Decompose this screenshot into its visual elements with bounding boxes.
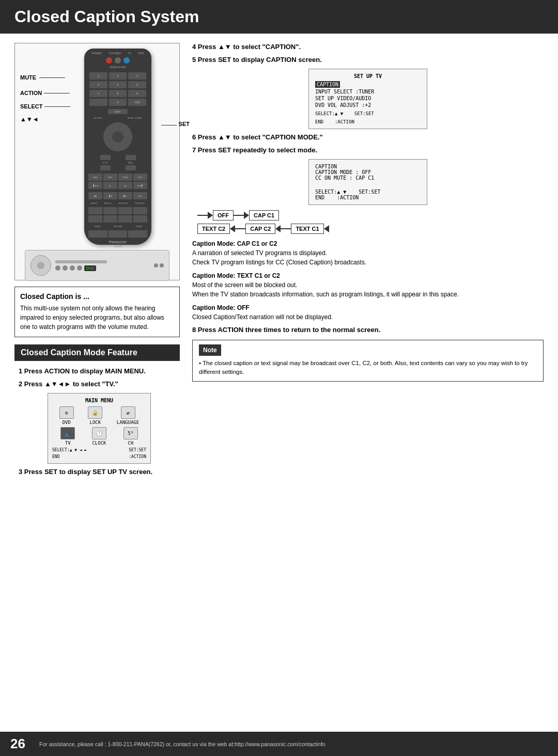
remote-control: POWERTV/CABLETVDVD DISPLAY/AIR 123 456 7… bbox=[84, 49, 151, 245]
cap-off-desc: Caption Mode: OFF Closed Caption/Text na… bbox=[192, 303, 544, 322]
step-7: 7 Press SET repeatedly to select mode. bbox=[192, 146, 544, 154]
caption-screen: CAPTION CAPTION MODE : OFF CC ON MUTE : … bbox=[308, 159, 427, 205]
note-text: • The closed caption or text signal may … bbox=[199, 359, 537, 377]
cap-c1c2-desc: Caption Mode: CAP C1 or C2 A narration o… bbox=[192, 239, 544, 267]
clock-menu-item: 🕐 CLOCK bbox=[92, 427, 106, 446]
page-footer: 26 For assistance, please call : 1-800-2… bbox=[0, 732, 558, 756]
tv-menu-item: 📺 TV bbox=[60, 427, 75, 446]
footer-text: For assistance, please call : 1-800-211-… bbox=[39, 741, 326, 747]
remote-image-container: MUTE ACTION SELECT ▲▼◄ bbox=[14, 43, 180, 280]
off-mode-box: OFF bbox=[213, 210, 234, 220]
main-menu-screen: MAIN MENU ⊙ DVD 🔒 LOCK ⇄ LANGUAGE bbox=[48, 393, 151, 464]
main-content: MUTE ACTION SELECT ▲▼◄ bbox=[0, 34, 558, 490]
note-header: Note bbox=[199, 344, 221, 356]
cap-text-c1c2-desc: Caption Mode: TEXT C1 or C2 Most of the … bbox=[192, 271, 544, 299]
dvd-player: DVD bbox=[25, 250, 169, 281]
right-column: 4 Press ▲▼ to select "CAPTION". 5 Press … bbox=[192, 43, 544, 481]
caption-title: CAPTION bbox=[315, 164, 421, 169]
dvd-menu-item: ⊙ DVD bbox=[59, 406, 74, 425]
page-header: Closed Caption System bbox=[0, 0, 558, 34]
section-header: Closed Caption Mode Feature bbox=[14, 344, 180, 361]
menu-footer: SELECT:▲ ▼ ◄ ► SET:SET bbox=[52, 448, 146, 452]
flow-diagram: OFF CAP C1 TEXT C2 CAP C2 TEXT C1 bbox=[197, 210, 544, 234]
step-2: 2 Press ▲▼◄► to select "TV." bbox=[19, 380, 180, 388]
menu-top-icons: ⊙ DVD 🔒 LOCK ⇄ LANGUAGE bbox=[52, 406, 146, 425]
nav-circle[interactable] bbox=[103, 122, 132, 151]
info-box: Closed Caption is ... This multi-use sys… bbox=[14, 287, 180, 337]
page-title: Closed Caption System bbox=[14, 7, 544, 26]
text2-mode-box: TEXT C2 bbox=[197, 224, 230, 234]
steps-left: 1 Press ACTION to display MAIN MENU. 2 P… bbox=[19, 367, 180, 476]
language-menu-item: ⇄ LANGUAGE bbox=[117, 406, 139, 425]
note-box: Note • The closed caption or text signal… bbox=[192, 340, 544, 382]
setup-tv-screen: SET UP TV CAPTION INPUT SELECT :TUNER SE… bbox=[308, 69, 427, 129]
menu-bottom-icons: 📺 TV 🕐 CLOCK 5³ CH bbox=[52, 427, 146, 446]
cap1-mode-box: CAP C1 bbox=[249, 210, 279, 220]
text1-mode-box: TEXT C1 bbox=[291, 224, 323, 234]
page-number: 26 bbox=[10, 736, 29, 752]
step-6: 6 Press ▲▼ to select "CAPTION MODE." bbox=[192, 133, 544, 141]
set-label: SET bbox=[179, 121, 190, 127]
step-3: 3 Press SET to display SET UP TV screen. bbox=[19, 468, 180, 476]
info-box-text: This multi-use system not only allows th… bbox=[20, 304, 174, 332]
step-5: 5 Press SET to display CAPTION screen. bbox=[192, 56, 544, 64]
left-column: MUTE ACTION SELECT ▲▼◄ bbox=[14, 43, 180, 481]
lock-menu-item: 🔒 LOCK bbox=[88, 406, 102, 425]
menu-screen-title: MAIN MENU bbox=[52, 398, 146, 403]
cap2-mode-box: CAP C2 bbox=[245, 224, 275, 234]
setup-tv-title: SET UP TV bbox=[315, 73, 421, 79]
step-1: 1 Press ACTION to display MAIN MENU. bbox=[19, 367, 180, 375]
step-8: 8 Press ACTION three times to return to … bbox=[192, 326, 544, 334]
info-box-title: Closed Caption is ... bbox=[20, 292, 174, 301]
step-4: 4 Press ▲▼ to select "CAPTION". bbox=[192, 43, 544, 51]
ch-menu-item: 5³ CH bbox=[123, 427, 138, 446]
